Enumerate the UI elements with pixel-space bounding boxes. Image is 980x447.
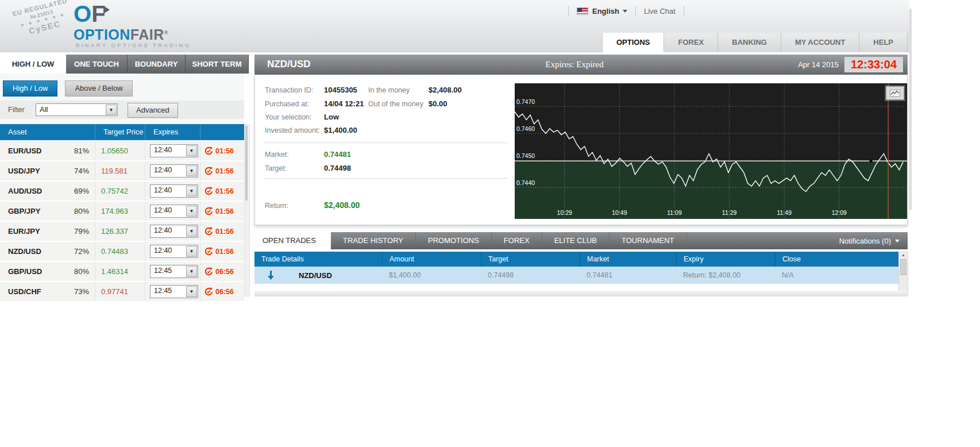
chevron-down-icon[interactable]: ▼ — [186, 286, 197, 297]
expiry-select[interactable]: 12:45▼ — [150, 265, 198, 278]
utility-bar: English Live Chat — [560, 5, 692, 17]
expiry-select[interactable]: 12:40▼ — [150, 225, 198, 238]
bottom-tab-tournament[interactable]: TOURNAMENT — [609, 232, 686, 249]
asset-row-gbp-jpy[interactable]: GBP/JPY80%174.96312:40▼01:56 — [0, 201, 244, 221]
advanced-button[interactable]: Advanced — [128, 103, 178, 118]
asset-row-usd-jpy[interactable]: USD/JPY74%119.58112:40▼01:56 — [0, 160, 244, 180]
option-tab-boundary[interactable]: BOUNDARY — [128, 55, 186, 74]
notifications-dropdown[interactable]: Notifications (0) — [839, 232, 908, 249]
option-tab-short-term[interactable]: SHORT TERM — [186, 55, 249, 74]
chevron-down-icon[interactable]: ▼ — [186, 165, 197, 176]
chevron-down-icon[interactable]: ▼ — [186, 246, 197, 257]
page-scrollbar[interactable] — [909, 9, 912, 210]
x-tick-label: 11:29 — [722, 209, 737, 216]
countdown-cell: 06:56 — [200, 262, 244, 281]
option-tab-one-touch[interactable]: ONE TOUCH — [66, 55, 128, 74]
asset-table-header: AssetTarget PriceExpires — [0, 124, 244, 140]
chevron-down-icon[interactable] — [623, 10, 627, 13]
nav-tab-options[interactable]: OPTIONS — [602, 33, 664, 52]
expiry-select[interactable]: 12:40▼ — [150, 164, 198, 178]
chevron-down-icon[interactable]: ▼ — [186, 226, 197, 237]
bottom-tab-promotions[interactable]: PROMOTIONS — [416, 232, 492, 249]
y-tick-label: 0.7470 — [516, 98, 535, 105]
trade-market: 0.74481 — [580, 271, 676, 279]
asset-cell: AUD/USD69% — [0, 182, 95, 201]
nav-tab-banking[interactable]: BANKING — [717, 33, 781, 52]
chevron-down-icon[interactable]: ▼ — [186, 266, 197, 277]
expiry-select[interactable]: 12:40▼ — [150, 245, 198, 258]
asset-row-aud-usd[interactable]: AUD/USD69%0.7574212:40▼01:56 — [0, 180, 244, 201]
asset-col-header-target-price: Target Price — [95, 124, 145, 140]
expiry-select[interactable]: 12:40▼ — [150, 205, 198, 218]
asset-row-nzd-usd[interactable]: NZD/USD72%0.7448312:40▼01:56 — [0, 241, 244, 261]
asset-cell: USD/JPY74% — [0, 161, 95, 180]
countdown-time: 01:56 — [215, 248, 234, 256]
language-selector[interactable]: English — [592, 7, 619, 16]
expiry-clock-icon — [205, 167, 213, 175]
nav-tab-my-account[interactable]: MY ACCOUNT — [781, 33, 859, 52]
return-label: Return: — [265, 202, 288, 210]
current-date: Apr 14 2015 — [798, 60, 839, 69]
open-trades-header: Trade DetailsAmountTargetMarketExpiryClo… — [254, 252, 898, 267]
in-money-value: $2,408.00 — [429, 86, 462, 94]
asset-row-usd-chf[interactable]: USD/CHF73%0.9774112:45▼06:56 — [0, 281, 244, 301]
chevron-down-icon[interactable]: ▼ — [186, 145, 197, 156]
trade-expiry: Return: $2,408.00 — [676, 271, 775, 279]
cysec-regulation-stamp: EU REGULATED № 216/13 ★ ★ ★ ★ ★ ★ CySEC — [3, 0, 82, 41]
countdown-cell: 01:56 — [200, 161, 244, 180]
countdown-cell: 01:56 — [200, 242, 244, 261]
asset-col-header-expires: Expires — [145, 124, 200, 140]
target-price-cell: 119.581 — [95, 161, 145, 180]
asset-cell: EUR/JPY79% — [0, 222, 95, 241]
asset-list-scrollbar[interactable] — [244, 124, 250, 296]
open-trade-row-nzd-usd[interactable]: NZD/USD$1,400.000.744980.74481Return: $2… — [254, 267, 898, 284]
chevron-down-icon[interactable]: ▼ — [186, 206, 197, 217]
scroll-up-icon[interactable]: ▲ — [899, 253, 908, 257]
mode-button-high-low[interactable]: High / Low — [3, 80, 57, 97]
bottom-tab-elite-club[interactable]: ELITE CLUB — [542, 232, 609, 249]
in-money-label: In the money — [368, 86, 410, 94]
countdown-time: 01:56 — [215, 207, 234, 215]
price-chart-plot: 0.74400.74500.74600.747010:2910:4911:091… — [515, 83, 907, 219]
target-price-cell: 1.46314 — [95, 262, 145, 281]
asset-row-gbp-usd[interactable]: GBP/USD80%1.4631412:45▼06:56 — [0, 261, 244, 281]
of-arrow-icon — [103, 6, 110, 14]
asset-table: AssetTarget PriceExpires EUR/USD81%1.056… — [0, 124, 244, 301]
scrollbar-thumb[interactable] — [900, 259, 906, 275]
asset-cell: GBP/USD80% — [0, 262, 95, 281]
divider — [264, 178, 507, 179]
expiry-clock-icon — [205, 247, 213, 256]
target-price: 0.97741 — [95, 287, 128, 296]
chevron-down-icon[interactable]: ▼ — [186, 186, 197, 196]
filter-row: Filter All ▼ Advanced — [0, 101, 244, 119]
bottom-tab-trade-history[interactable]: TRADE HISTORY — [331, 232, 416, 249]
y-tick-label: 0.7440 — [516, 179, 535, 186]
option-tab-high-low[interactable]: HIGH / LOW — [0, 55, 66, 74]
chevron-down-icon[interactable]: ▼ — [106, 105, 117, 115]
nav-tab-help[interactable]: HELP — [859, 33, 908, 52]
bottom-tab-forex[interactable]: FOREX — [492, 232, 542, 249]
filter-select-value: All — [36, 104, 117, 114]
live-chat-link[interactable]: Live Chat — [644, 7, 676, 16]
expiry-select[interactable]: 12:40▼ — [150, 184, 198, 198]
countdown-time: 01:56 — [215, 167, 234, 175]
asset-payout: 81% — [74, 147, 95, 155]
target-price-cell: 0.97741 — [95, 282, 145, 301]
chart-type-button[interactable] — [886, 86, 904, 100]
asset-row-eur-usd[interactable]: EUR/USD81%1.0565012:40▼01:56 — [0, 140, 244, 160]
trades-scrollbar[interactable]: ▲ — [898, 252, 908, 295]
separator — [684, 6, 684, 16]
expiry-select[interactable]: 12:45▼ — [150, 285, 198, 298]
trade-asset: NZD/USD — [299, 271, 332, 280]
expiry-select[interactable]: 12:40▼ — [150, 144, 198, 157]
filter-select[interactable]: All ▼ — [36, 103, 118, 116]
bottom-tab-open-trades[interactable]: OPEN TRADES — [254, 232, 331, 249]
mode-button-above-below[interactable]: Above / Below — [65, 80, 132, 97]
asset-row-eur-jpy[interactable]: EUR/JPY79%126.33712:40▼01:56 — [0, 221, 244, 241]
nav-tab-forex[interactable]: FOREX — [663, 33, 717, 52]
asset-pair: EUR/JPY — [0, 227, 40, 236]
invested-label: Invested amount: — [265, 126, 320, 134]
purchase-point-marker — [870, 160, 873, 163]
scrollbar-thumb[interactable] — [245, 126, 248, 201]
chevron-down-icon — [895, 240, 900, 242]
